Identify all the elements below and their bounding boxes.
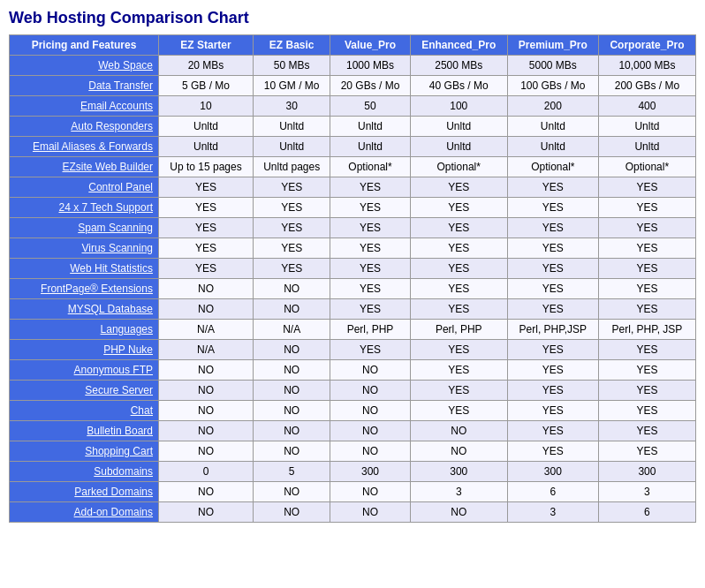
- feature-link[interactable]: Add-on Domains: [74, 506, 153, 518]
- feature-link[interactable]: Email Aliases & Forwards: [33, 140, 153, 153]
- feature-label[interactable]: Web Space: [10, 56, 159, 76]
- feature-label[interactable]: Shopping Cart: [10, 441, 159, 462]
- cell-value: 3: [598, 482, 695, 502]
- feature-label[interactable]: Bulletin Board: [10, 421, 159, 441]
- cell-value: 5 GB / Mo: [158, 76, 253, 96]
- cell-value: 20 MBs: [158, 56, 253, 76]
- cell-value: YES: [507, 381, 598, 401]
- cell-value: NO: [330, 482, 410, 502]
- feature-label[interactable]: MYSQL Database: [10, 299, 159, 320]
- cell-value: NO: [254, 441, 330, 462]
- feature-label[interactable]: Anonymous FTP: [10, 360, 159, 381]
- feature-label[interactable]: Web Hit Statistics: [10, 259, 159, 279]
- table-row: Add-on DomainsNONONONO36: [10, 502, 696, 523]
- feature-label[interactable]: Subdomains: [10, 462, 159, 482]
- table-row: 24 x 7 Tech SupportYESYESYESYESYESYES: [10, 198, 696, 218]
- feature-link[interactable]: Email Accounts: [80, 100, 153, 112]
- feature-link[interactable]: EZsite Web Builder: [62, 161, 153, 173]
- cell-value: Unltd: [330, 117, 410, 137]
- cell-value: NO: [410, 502, 507, 523]
- cell-value: NO: [254, 502, 330, 523]
- feature-link[interactable]: 24 x 7 Tech Support: [58, 201, 153, 214]
- feature-link[interactable]: Bulletin Board: [87, 425, 153, 437]
- cell-value: Perl, PHP: [330, 320, 410, 340]
- feature-link[interactable]: Web Space: [98, 59, 153, 72]
- table-row: Anonymous FTPNONONOYESYESYES: [10, 360, 696, 381]
- feature-link[interactable]: Virus Scanning: [81, 242, 153, 254]
- cell-value: YES: [410, 340, 507, 360]
- cell-value: Up to 15 pages: [158, 157, 253, 177]
- table-row: Email Accounts103050100200400: [10, 96, 696, 117]
- feature-label[interactable]: Email Aliases & Forwards: [10, 137, 159, 157]
- cell-value: NO: [254, 340, 330, 360]
- feature-link[interactable]: Subdomains: [94, 465, 153, 478]
- cell-value: 3: [410, 482, 507, 502]
- cell-value: Perl, PHP: [410, 320, 507, 340]
- table-row: Subdomains05300300300300: [10, 462, 696, 482]
- cell-value: NO: [254, 299, 330, 320]
- cell-value: NO: [254, 401, 330, 421]
- cell-value: 2500 MBs: [410, 56, 507, 76]
- feature-label[interactable]: Chat: [10, 401, 159, 421]
- feature-link[interactable]: Shopping Cart: [85, 445, 153, 457]
- cell-value: Unltd: [254, 117, 330, 137]
- cell-value: 400: [598, 96, 695, 117]
- feature-column-header: Pricing and Features: [10, 35, 159, 56]
- cell-value: 200 GBs / Mo: [598, 76, 695, 96]
- cell-value: YES: [410, 279, 507, 299]
- cell-value: 6: [598, 502, 695, 523]
- feature-label[interactable]: EZsite Web Builder: [10, 157, 159, 177]
- feature-link[interactable]: Control Panel: [88, 181, 153, 193]
- feature-label[interactable]: Languages: [10, 320, 159, 340]
- cell-value: Optional*: [507, 157, 598, 177]
- feature-link[interactable]: Web Hit Statistics: [70, 262, 153, 275]
- cell-value: NO: [254, 381, 330, 401]
- feature-label[interactable]: Parked Domains: [10, 482, 159, 502]
- cell-value: 200: [507, 96, 598, 117]
- cell-value: YES: [330, 340, 410, 360]
- cell-value: NO: [330, 502, 410, 523]
- feature-link[interactable]: MYSQL Database: [68, 303, 153, 315]
- cell-value: 300: [330, 462, 410, 482]
- cell-value: 100 GBs / Mo: [507, 76, 598, 96]
- cell-value: YES: [254, 198, 330, 218]
- plan-header-corporate-pro: Corporate_Pro: [598, 35, 695, 56]
- cell-value: YES: [507, 177, 598, 198]
- feature-label[interactable]: FrontPage® Extensions: [10, 279, 159, 299]
- feature-label[interactable]: 24 x 7 Tech Support: [10, 198, 159, 218]
- cell-value: YES: [158, 238, 253, 259]
- feature-link[interactable]: Parked Domains: [74, 486, 153, 498]
- feature-link[interactable]: Anonymous FTP: [74, 364, 153, 376]
- table-row: PHP NukeN/ANOYESYESYESYES: [10, 340, 696, 360]
- feature-link[interactable]: Secure Server: [85, 384, 153, 396]
- cell-value: YES: [410, 381, 507, 401]
- cell-value: NO: [254, 360, 330, 381]
- table-row: LanguagesN/AN/APerl, PHPPerl, PHPPerl, P…: [10, 320, 696, 340]
- feature-label[interactable]: Control Panel: [10, 177, 159, 198]
- feature-label[interactable]: Secure Server: [10, 381, 159, 401]
- cell-value: YES: [410, 218, 507, 238]
- feature-link[interactable]: FrontPage® Extensions: [41, 283, 153, 295]
- plan-header-ez-starter: EZ Starter: [158, 35, 253, 56]
- feature-link[interactable]: Data Transfer: [88, 79, 153, 92]
- feature-label[interactable]: Spam Scanning: [10, 218, 159, 238]
- feature-label[interactable]: Add-on Domains: [10, 502, 159, 523]
- feature-link[interactable]: Chat: [131, 404, 153, 417]
- cell-value: 50 MBs: [254, 56, 330, 76]
- cell-value: NO: [158, 502, 253, 523]
- feature-link[interactable]: Spam Scanning: [78, 222, 153, 234]
- feature-label[interactable]: Virus Scanning: [10, 238, 159, 259]
- feature-label[interactable]: Email Accounts: [10, 96, 159, 117]
- feature-link[interactable]: PHP Nuke: [103, 343, 153, 356]
- cell-value: 6: [507, 482, 598, 502]
- feature-label[interactable]: Auto Responders: [10, 117, 159, 137]
- feature-link[interactable]: Auto Responders: [71, 120, 153, 132]
- table-body: Web Space20 MBs50 MBs1000 MBs2500 MBs500…: [10, 56, 696, 523]
- feature-link[interactable]: Languages: [101, 323, 153, 335]
- feature-label[interactable]: PHP Nuke: [10, 340, 159, 360]
- table-row: Parked DomainsNONONO363: [10, 482, 696, 502]
- cell-value: NO: [158, 482, 253, 502]
- table-row: MYSQL DatabaseNONOYESYESYESYES: [10, 299, 696, 320]
- cell-value: YES: [598, 381, 695, 401]
- feature-label[interactable]: Data Transfer: [10, 76, 159, 96]
